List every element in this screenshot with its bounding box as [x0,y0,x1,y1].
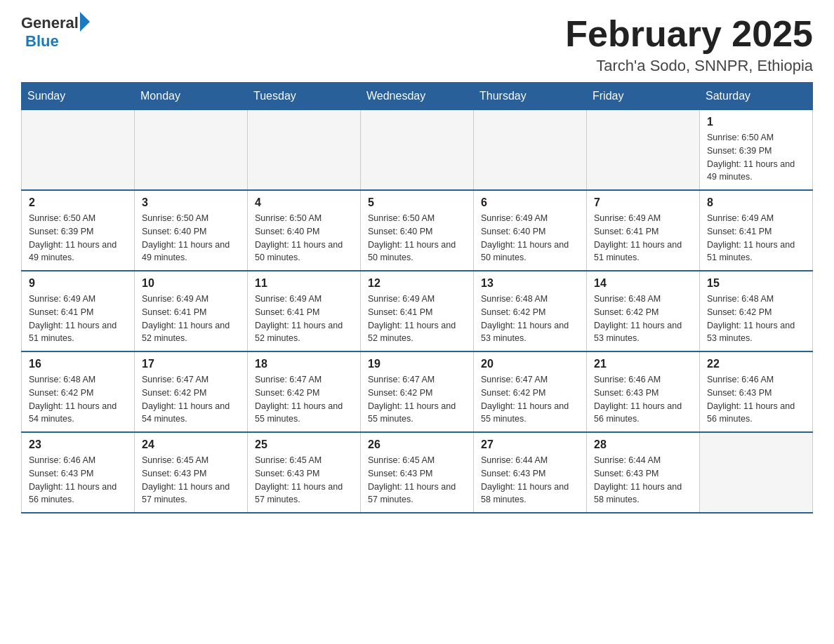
day-info: Sunrise: 6:49 AM Sunset: 6:41 PM Dayligh… [255,293,353,345]
day-info: Sunrise: 6:49 AM Sunset: 6:41 PM Dayligh… [142,293,240,345]
page-header: General Blue February 2025 Tarch'a Sodo,… [21,14,813,75]
day-number: 13 [481,277,579,290]
day-cell: 2Sunrise: 6:50 AM Sunset: 6:39 PM Daylig… [22,190,135,271]
day-info: Sunrise: 6:44 AM Sunset: 6:43 PM Dayligh… [594,454,692,507]
day-number: 1 [707,116,805,128]
logo-blue-text: Blue [25,32,59,51]
day-info: Sunrise: 6:49 AM Sunset: 6:41 PM Dayligh… [29,293,127,345]
day-cell: 21Sunrise: 6:46 AM Sunset: 6:43 PM Dayli… [587,351,700,432]
day-info: Sunrise: 6:49 AM Sunset: 6:41 PM Dayligh… [594,212,692,264]
day-info: Sunrise: 6:49 AM Sunset: 6:41 PM Dayligh… [368,293,466,345]
day-info: Sunrise: 6:47 AM Sunset: 6:42 PM Dayligh… [481,373,579,426]
day-cell: 7Sunrise: 6:49 AM Sunset: 6:41 PM Daylig… [587,190,700,271]
day-number: 20 [481,358,579,370]
day-number: 10 [142,277,240,290]
day-number: 14 [594,277,692,290]
day-cell: 8Sunrise: 6:49 AM Sunset: 6:41 PM Daylig… [700,190,813,271]
day-info: Sunrise: 6:49 AM Sunset: 6:41 PM Dayligh… [707,212,805,264]
day-number: 8 [707,196,805,209]
calendar-title: February 2025 [565,14,813,54]
day-info: Sunrise: 6:48 AM Sunset: 6:42 PM Dayligh… [707,293,805,345]
day-cell [135,110,248,191]
day-cell: 10Sunrise: 6:49 AM Sunset: 6:41 PM Dayli… [135,271,248,351]
day-info: Sunrise: 6:49 AM Sunset: 6:40 PM Dayligh… [481,212,579,264]
day-cell [361,110,474,191]
day-info: Sunrise: 6:45 AM Sunset: 6:43 PM Dayligh… [255,454,353,507]
day-cell: 20Sunrise: 6:47 AM Sunset: 6:42 PM Dayli… [474,351,587,432]
day-cell: 11Sunrise: 6:49 AM Sunset: 6:41 PM Dayli… [248,271,361,351]
day-cell: 13Sunrise: 6:48 AM Sunset: 6:42 PM Dayli… [474,271,587,351]
week-row-1: 1Sunrise: 6:50 AM Sunset: 6:39 PM Daylig… [22,110,813,191]
day-cell: 17Sunrise: 6:47 AM Sunset: 6:42 PM Dayli… [135,351,248,432]
calendar-header-row: Sunday Monday Tuesday Wednesday Thursday… [22,83,813,110]
day-cell: 19Sunrise: 6:47 AM Sunset: 6:42 PM Dayli… [361,351,474,432]
day-info: Sunrise: 6:50 AM Sunset: 6:40 PM Dayligh… [368,212,466,264]
day-number: 4 [255,196,353,209]
day-number: 3 [142,196,240,209]
day-number: 27 [481,438,579,451]
col-tuesday: Tuesday [248,83,361,110]
col-friday: Friday [587,83,700,110]
day-number: 15 [707,277,805,290]
day-cell [587,110,700,191]
day-number: 16 [29,358,127,370]
day-number: 22 [707,358,805,370]
logo-general-text: General [21,14,79,32]
day-info: Sunrise: 6:48 AM Sunset: 6:42 PM Dayligh… [29,373,127,426]
day-number: 19 [368,358,466,370]
day-cell: 18Sunrise: 6:47 AM Sunset: 6:42 PM Dayli… [248,351,361,432]
day-cell: 28Sunrise: 6:44 AM Sunset: 6:43 PM Dayli… [587,432,700,513]
day-number: 18 [255,358,353,370]
col-wednesday: Wednesday [361,83,474,110]
day-cell: 9Sunrise: 6:49 AM Sunset: 6:41 PM Daylig… [22,271,135,351]
day-info: Sunrise: 6:47 AM Sunset: 6:42 PM Dayligh… [368,373,466,426]
col-thursday: Thursday [474,83,587,110]
day-number: 12 [368,277,466,290]
title-block: February 2025 Tarch'a Sodo, SNNPR, Ethio… [565,14,813,75]
day-cell: 6Sunrise: 6:49 AM Sunset: 6:40 PM Daylig… [474,190,587,271]
logo-arrow-icon [80,12,90,32]
logo: General Blue [21,14,90,51]
day-number: 5 [368,196,466,209]
day-number: 9 [29,277,127,290]
week-row-2: 2Sunrise: 6:50 AM Sunset: 6:39 PM Daylig… [22,190,813,271]
day-cell [22,110,135,191]
day-info: Sunrise: 6:50 AM Sunset: 6:39 PM Dayligh… [707,131,805,184]
day-info: Sunrise: 6:44 AM Sunset: 6:43 PM Dayligh… [481,454,579,507]
day-cell: 24Sunrise: 6:45 AM Sunset: 6:43 PM Dayli… [135,432,248,513]
day-number: 2 [29,196,127,209]
col-sunday: Sunday [22,83,135,110]
day-cell [474,110,587,191]
day-cell: 23Sunrise: 6:46 AM Sunset: 6:43 PM Dayli… [22,432,135,513]
day-cell [700,432,813,513]
day-cell: 26Sunrise: 6:45 AM Sunset: 6:43 PM Dayli… [361,432,474,513]
day-info: Sunrise: 6:46 AM Sunset: 6:43 PM Dayligh… [707,373,805,426]
day-number: 17 [142,358,240,370]
day-cell: 12Sunrise: 6:49 AM Sunset: 6:41 PM Dayli… [361,271,474,351]
day-info: Sunrise: 6:45 AM Sunset: 6:43 PM Dayligh… [142,454,240,507]
day-cell: 5Sunrise: 6:50 AM Sunset: 6:40 PM Daylig… [361,190,474,271]
day-info: Sunrise: 6:48 AM Sunset: 6:42 PM Dayligh… [594,293,692,345]
day-number: 28 [594,438,692,451]
week-row-5: 23Sunrise: 6:46 AM Sunset: 6:43 PM Dayli… [22,432,813,513]
col-saturday: Saturday [700,83,813,110]
day-cell: 4Sunrise: 6:50 AM Sunset: 6:40 PM Daylig… [248,190,361,271]
day-cell [248,110,361,191]
calendar-subtitle: Tarch'a Sodo, SNNPR, Ethiopia [565,57,813,75]
week-row-3: 9Sunrise: 6:49 AM Sunset: 6:41 PM Daylig… [22,271,813,351]
day-number: 21 [594,358,692,370]
day-cell: 1Sunrise: 6:50 AM Sunset: 6:39 PM Daylig… [700,110,813,191]
day-number: 23 [29,438,127,451]
day-info: Sunrise: 6:46 AM Sunset: 6:43 PM Dayligh… [29,454,127,507]
day-cell: 22Sunrise: 6:46 AM Sunset: 6:43 PM Dayli… [700,351,813,432]
day-info: Sunrise: 6:48 AM Sunset: 6:42 PM Dayligh… [481,293,579,345]
day-number: 25 [255,438,353,451]
day-cell: 16Sunrise: 6:48 AM Sunset: 6:42 PM Dayli… [22,351,135,432]
day-number: 11 [255,277,353,290]
day-number: 7 [594,196,692,209]
col-monday: Monday [135,83,248,110]
day-number: 24 [142,438,240,451]
day-info: Sunrise: 6:50 AM Sunset: 6:40 PM Dayligh… [142,212,240,264]
day-info: Sunrise: 6:47 AM Sunset: 6:42 PM Dayligh… [255,373,353,426]
day-number: 26 [368,438,466,451]
